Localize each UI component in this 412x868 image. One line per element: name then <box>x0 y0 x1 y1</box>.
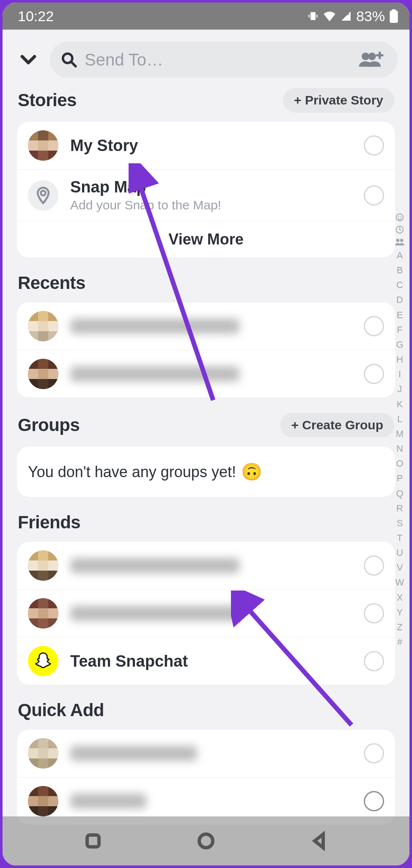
svg-point-8 <box>398 216 399 217</box>
create-group-button[interactable]: + Create Group <box>280 413 394 437</box>
snap-map-row[interactable]: Snap Map Add your Snap to the Map! <box>17 169 395 221</box>
team-snapchat-row[interactable]: Team Snapchat <box>17 637 395 685</box>
friends-header: Friends <box>3 501 409 538</box>
back-nav-icon[interactable] <box>309 831 329 851</box>
quickadd-row[interactable] <box>17 730 395 777</box>
content-scroll[interactable]: Stories + Private Story My Story Snap Ma… <box>3 77 409 865</box>
private-story-button[interactable]: + Private Story <box>283 88 394 113</box>
index-letter[interactable]: A <box>397 250 403 261</box>
index-letter[interactable]: G <box>396 339 403 351</box>
groups-empty-text: You don't have any groups yet! <box>28 463 236 481</box>
index-letter[interactable]: I <box>398 368 401 380</box>
select-radio[interactable] <box>364 743 384 764</box>
avatar <box>28 598 58 629</box>
index-letter[interactable]: N <box>396 443 403 455</box>
select-radio[interactable] <box>364 135 384 156</box>
index-letter[interactable]: J <box>398 383 402 395</box>
index-letter[interactable]: E <box>397 309 403 321</box>
home-nav-icon[interactable] <box>196 831 216 851</box>
select-radio[interactable] <box>364 791 384 811</box>
select-radio[interactable] <box>364 603 384 624</box>
status-time: 10:22 <box>18 8 54 25</box>
collapse-button[interactable] <box>14 46 42 74</box>
avatar <box>28 738 58 769</box>
index-letter[interactable]: R <box>396 503 403 514</box>
index-letter[interactable]: L <box>397 413 402 425</box>
stories-header: Stories + Private Story <box>3 77 409 118</box>
select-radio[interactable] <box>364 185 384 206</box>
index-letter[interactable]: F <box>397 324 402 336</box>
upside-down-face-icon: 🙃 <box>241 462 262 482</box>
groups-title: Groups <box>18 415 80 435</box>
select-radio[interactable] <box>364 651 384 671</box>
index-letter[interactable]: K <box>397 398 403 410</box>
avatar <box>28 550 58 581</box>
index-letter[interactable]: W <box>396 577 404 588</box>
friend-row[interactable] <box>17 542 395 589</box>
select-radio[interactable] <box>364 316 384 336</box>
group-icon <box>394 237 405 247</box>
signal-icon: x <box>340 11 352 22</box>
recents-nav-icon[interactable] <box>83 831 103 851</box>
search-field[interactable] <box>50 41 398 78</box>
quickadd-card <box>17 730 395 825</box>
svg-rect-15 <box>87 835 99 847</box>
status-bar: 10:22 x 83% <box>3 3 409 30</box>
svg-rect-2 <box>392 9 396 11</box>
recent-row[interactable] <box>17 302 395 350</box>
snapchat-ghost-icon <box>33 651 53 671</box>
index-letter[interactable]: P <box>397 472 403 484</box>
view-more-button[interactable]: View More <box>17 221 395 258</box>
index-letter[interactable]: D <box>396 294 403 306</box>
group-add-icon <box>358 50 384 69</box>
row-title: My Story <box>70 137 364 155</box>
select-radio[interactable] <box>364 364 384 384</box>
add-group-button[interactable] <box>358 47 384 73</box>
my-story-row[interactable]: My Story <box>17 122 395 169</box>
search-icon <box>61 52 77 68</box>
svg-point-7 <box>396 214 404 221</box>
index-letter[interactable]: T <box>397 532 402 544</box>
quickadd-header: Quick Add <box>3 689 409 726</box>
recents-title: Recents <box>18 273 85 293</box>
index-letter[interactable]: O <box>396 458 403 470</box>
stories-title: Stories <box>18 90 77 110</box>
status-icons: x 83% <box>307 8 398 25</box>
recents-card <box>17 302 395 398</box>
avatar <box>28 130 58 161</box>
index-letter[interactable]: H <box>396 354 403 365</box>
index-letter[interactable]: C <box>396 279 403 291</box>
avatar <box>28 359 58 389</box>
recent-row[interactable] <box>17 350 395 398</box>
index-letter[interactable]: Z <box>397 621 402 633</box>
vibrate-icon <box>307 10 319 22</box>
chevron-down-icon <box>19 50 38 69</box>
row-title-hidden <box>70 558 239 573</box>
row-title-hidden <box>70 606 239 621</box>
index-letter[interactable]: U <box>396 547 403 559</box>
row-title-hidden <box>70 746 197 761</box>
index-letter[interactable]: Q <box>396 488 403 500</box>
index-letter[interactable]: # <box>397 636 402 648</box>
index-letter[interactable]: B <box>397 264 403 276</box>
index-letter[interactable]: Y <box>397 607 403 618</box>
wifi-icon <box>323 11 336 22</box>
search-input[interactable] <box>85 50 350 69</box>
select-radio[interactable] <box>364 555 384 576</box>
row-subtitle: Add your Snap to the Map! <box>70 198 364 212</box>
index-letter[interactable]: X <box>397 592 403 604</box>
alphabet-index[interactable]: ABCDEFGHIJKLMNOPQRSTUVWXYZ# <box>394 213 405 648</box>
index-letter[interactable]: V <box>397 562 403 574</box>
index-letter[interactable]: M <box>396 428 404 440</box>
svg-rect-1 <box>390 11 398 23</box>
row-title-hidden <box>70 794 146 809</box>
index-letter[interactable]: S <box>397 517 403 529</box>
clock-icon <box>395 225 404 234</box>
svg-point-9 <box>401 216 401 217</box>
friend-row[interactable] <box>17 589 395 637</box>
svg-point-11 <box>396 239 399 242</box>
battery-pct: 83% <box>356 8 385 25</box>
svg-text:x: x <box>346 11 350 16</box>
stories-card: My Story Snap Map Add your Snap to the M… <box>17 122 395 258</box>
groups-empty-card: You don't have any groups yet! 🙃 <box>17 447 395 497</box>
